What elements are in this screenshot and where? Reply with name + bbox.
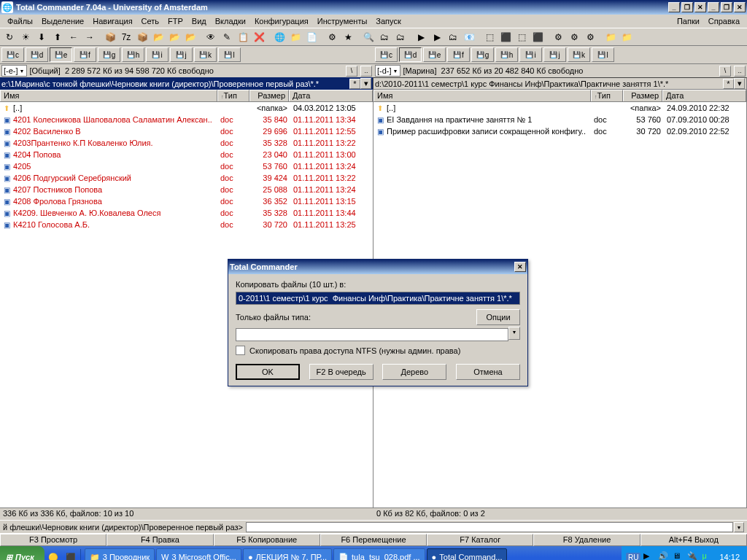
drive-l[interactable]: 💾l: [592, 47, 614, 62]
right-drive-combo[interactable]: [-d-]▼: [375, 65, 400, 77]
toolbar-button[interactable]: ←: [66, 29, 82, 45]
lang-indicator[interactable]: RU: [626, 553, 640, 561]
drive-d[interactable]: 💾d: [26, 47, 48, 62]
toolbar-button[interactable]: ⬚: [514, 29, 530, 45]
drive-c[interactable]: 💾c: [375, 47, 398, 62]
toolbar-button[interactable]: 📁: [287, 29, 303, 45]
left-up-button[interactable]: ..: [360, 66, 372, 77]
toolbar-button[interactable]: ✎: [219, 29, 235, 45]
dialog-ok-button[interactable]: OK: [236, 364, 300, 380]
file-row[interactable]: ▣4205doc53 76001.11.2011 13:24: [0, 160, 373, 172]
toolbar-button[interactable]: ⚙: [566, 29, 582, 45]
menu-Вид[interactable]: Вид: [187, 15, 211, 27]
menu-Справка[interactable]: Справка: [704, 15, 744, 27]
toolbar-button[interactable]: 📋: [235, 29, 251, 45]
toolbar-button[interactable]: ❌: [251, 29, 267, 45]
toolbar-button[interactable]: ▶: [429, 29, 445, 45]
sys-restore-button[interactable]: ❐: [721, 2, 732, 12]
toolbar-button[interactable]: 🗂: [392, 29, 409, 45]
toolbar-button[interactable]: ⬇: [34, 29, 50, 45]
ql-icon[interactable]: ⬛: [63, 549, 79, 560]
col-date[interactable]: Дата: [289, 90, 373, 101]
left-fav-button[interactable]: *: [349, 79, 360, 89]
task-item[interactable]: 📄tula_tsu_028.pdf ...: [333, 548, 425, 560]
right-up-button[interactable]: ..: [734, 66, 746, 77]
tray-icon[interactable]: ▶: [643, 551, 655, 560]
toolbar-button[interactable]: 🗂: [445, 29, 461, 45]
drive-f[interactable]: 💾f: [447, 47, 470, 62]
dialog-options-button[interactable]: Опции: [476, 309, 520, 325]
drive-g[interactable]: 💾g: [471, 47, 494, 62]
toolbar-button[interactable]: 🌐: [271, 29, 287, 45]
restore-button[interactable]: ❐: [681, 2, 693, 12]
file-row[interactable]: ▣4202 Василенко Вdoc29 69601.11.2011 12:…: [0, 125, 373, 137]
dialog-tree-button[interactable]: Дерево: [382, 364, 446, 380]
file-row[interactable]: ▣4208 Фролова Грязноваdoc36 35201.11.201…: [0, 195, 373, 207]
left-path-bar[interactable]: e:\1Марина\с тонкой флешки\Черновик книг…: [0, 77, 373, 90]
toolbar-button[interactable]: ▶: [413, 29, 429, 45]
task-item[interactable]: ●ЛЕКЦИЯ № 7. ПР...: [243, 548, 332, 560]
task-item[interactable]: 📁3 Проводник: [85, 548, 155, 560]
dialog-filter-input[interactable]: [236, 328, 508, 341]
drive-f[interactable]: 💾f: [74, 47, 96, 62]
col-size[interactable]: Размер: [623, 90, 662, 101]
fn-button[interactable]: Alt+F4 Выход: [640, 534, 747, 546]
drive-k[interactable]: 💾k: [194, 47, 217, 62]
toolbar-button[interactable]: ⚙: [550, 29, 566, 45]
col-ext[interactable]: ↑Тип: [217, 90, 249, 101]
dialog-queue-button[interactable]: F2 В очередь: [309, 364, 374, 380]
cmdline-history-button[interactable]: ▼: [734, 522, 744, 532]
right-path-bar[interactable]: d:\2010-2011\1 семестр\1 курс Финансы Ин…: [373, 77, 747, 90]
toolbar-button[interactable]: ↻: [1, 29, 18, 45]
file-row[interactable]: ⬆[..]<папка>24.09.2010 22:32: [374, 102, 746, 114]
file-row[interactable]: ▣4206 Подгурский Серебрянскийdoc39 42401…: [0, 172, 373, 184]
toolbar-button[interactable]: ☀: [18, 29, 34, 45]
tray-icon[interactable]: 🔌: [687, 551, 699, 560]
col-ext[interactable]: ↑Тип: [591, 90, 623, 101]
cmdline-input[interactable]: [246, 522, 733, 532]
toolbar-button[interactable]: 📂: [182, 29, 198, 45]
toolbar-button[interactable]: 📦: [102, 29, 118, 45]
menu-Конфигурация[interactable]: Конфигурация: [250, 15, 313, 27]
minimize-button[interactable]: _: [668, 2, 680, 12]
dialog-target-input[interactable]: [236, 292, 520, 305]
dialog-cancel-button[interactable]: Отмена: [456, 364, 520, 380]
drive-g[interactable]: 💾g: [98, 47, 120, 62]
fn-button[interactable]: F6 Перемещение: [320, 534, 427, 546]
toolbar-button[interactable]: ⬚: [481, 29, 498, 45]
toolbar-button[interactable]: ⚙: [582, 29, 598, 45]
fn-button[interactable]: F7 Каталог: [427, 534, 533, 546]
toolbar-button[interactable]: 📁: [603, 29, 619, 45]
file-row[interactable]: ▣4204 Поповаdoc23 04001.11.2011 13:00: [0, 149, 373, 160]
ql-icon[interactable]: 🟡: [45, 549, 61, 560]
fn-button[interactable]: F3 Просмотр: [0, 534, 107, 546]
menu-Навигация[interactable]: Навигация: [88, 15, 136, 27]
drive-j[interactable]: 💾j: [170, 47, 193, 62]
file-row[interactable]: ▣К4210 Голосова А.Б.doc30 72001.11.2011 …: [0, 219, 373, 230]
task-item[interactable]: ●Total Command...: [427, 548, 508, 560]
toolbar-button[interactable]: 📧: [461, 29, 477, 45]
toolbar-button[interactable]: 🔍: [360, 29, 376, 45]
sys-close-button[interactable]: ✕: [734, 2, 746, 12]
sys-minimize-button[interactable]: _: [708, 2, 719, 12]
left-hist-button[interactable]: ▾: [360, 78, 371, 89]
close-button[interactable]: ✕: [694, 2, 706, 12]
file-row[interactable]: ▣EI Завдання на практичне заняття № 1doc…: [374, 114, 746, 125]
fn-button[interactable]: F5 Копирование: [214, 534, 320, 546]
file-row[interactable]: ▣К4209. Шевченко А. Ю.Ковалева Олесяdoc3…: [0, 207, 373, 219]
menu-Инструменты[interactable]: Инструменты: [313, 15, 372, 27]
tray-icon[interactable]: μ: [702, 551, 713, 560]
file-row[interactable]: ⬆[..]<папка>04.03.2012 13:05: [0, 102, 373, 114]
fn-button[interactable]: F4 Правка: [107, 534, 213, 546]
left-root-button[interactable]: \: [346, 66, 357, 77]
menu-FTP[interactable]: FTP: [163, 15, 187, 27]
taskbar-clock[interactable]: 14:12: [716, 553, 743, 560]
task-item[interactable]: W3 Microsoft Offic...: [156, 548, 241, 560]
drive-l[interactable]: 💾l: [218, 47, 241, 62]
toolbar-button[interactable]: ⚙: [324, 29, 340, 45]
toolbar-button[interactable]: 📦: [134, 29, 150, 45]
menu-Файлы[interactable]: Файлы: [3, 15, 37, 27]
menu-Сеть[interactable]: Сеть: [137, 15, 163, 27]
right-hist-button[interactable]: ▾: [734, 78, 745, 89]
left-drive-combo[interactable]: [-e-]▼: [1, 65, 27, 77]
